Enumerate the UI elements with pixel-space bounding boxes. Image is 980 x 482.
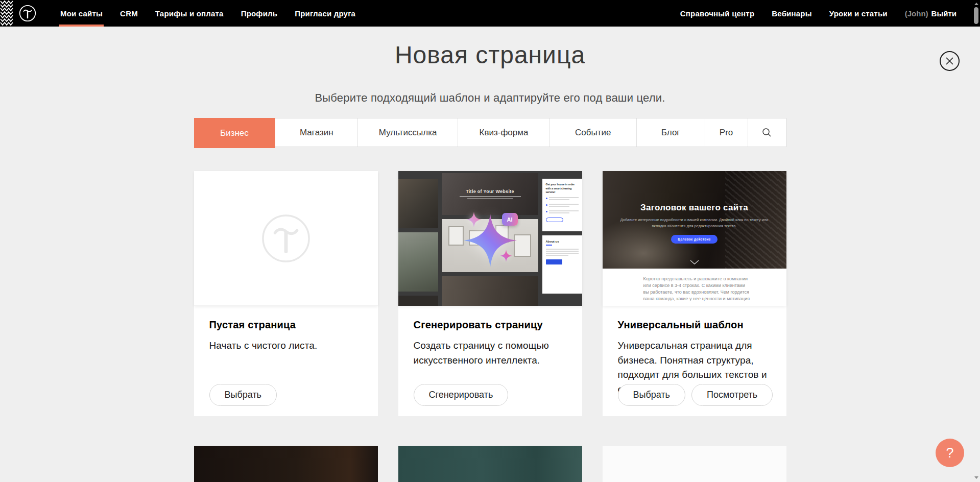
sparkle-overlay: AI [398, 171, 582, 306]
nav-item-crm[interactable]: CRM [111, 0, 147, 27]
user-name: (John) [905, 9, 928, 18]
search-icon [762, 128, 772, 137]
tab-quiz-form[interactable]: Квиз-форма [458, 118, 550, 147]
preview-hero-title: Заголовок вашего сайта [640, 203, 748, 213]
card-description: Начать с чистого листа. [209, 339, 363, 353]
zigzag-pattern [0, 0, 13, 27]
preview-hero-text: Добавьте интересные подробности о вашей … [615, 217, 774, 229]
card-actions: Выбрать [209, 384, 277, 406]
sparkle-small-icon [466, 212, 482, 227]
preview-hero: Заголовок вашего сайта Добавьте интересн… [603, 171, 786, 269]
close-button[interactable] [940, 51, 960, 71]
card-title: Универсальный шаблон [618, 306, 771, 331]
card-body: Универсальный шаблон Универсальная стран… [603, 306, 786, 416]
card-description: Создать страницу с помощью искусственног… [414, 339, 567, 368]
ai-badge: AI [502, 213, 518, 226]
template-category-tabs: Бизнес Магазин Мультиссылка Квиз-форма С… [194, 118, 786, 147]
scrollbar-thumb[interactable] [974, 7, 978, 24]
tab-pro[interactable]: Pro [705, 118, 748, 147]
page-subtitle: Выберите подходящий шаблон и адаптируйте… [194, 91, 786, 105]
card-actions: Выбрать Посмотреть [618, 384, 773, 406]
scroll-down-icon[interactable] [972, 474, 980, 481]
select-blank-button[interactable]: Выбрать [209, 384, 277, 406]
preview-cta-button: Целевое действие [671, 235, 717, 244]
template-card-universal: Заголовок вашего сайта Добавьте интересн… [603, 171, 786, 416]
card-body: Сгенерировать страницу Создать страницу … [398, 306, 582, 416]
page-title: Новая страница [194, 41, 786, 69]
scroll-up-icon[interactable] [972, 0, 980, 7]
top-nav: Мои сайты CRM Тарифы и оплата Профиль Пр… [0, 0, 980, 27]
tab-store[interactable]: Магазин [275, 118, 358, 147]
card-body: Пустая страница Начать с чистого листа. … [194, 306, 378, 416]
tilda-watermark-icon [261, 213, 311, 263]
nav-item-lessons[interactable]: Уроки и статьи [821, 0, 896, 27]
tab-event[interactable]: Событие [550, 118, 637, 147]
template-cards: Пустая страница Начать с чистого листа. … [194, 171, 786, 416]
chevron-down-icon [690, 260, 699, 264]
card-actions: Сгенерировать [414, 384, 509, 406]
nav-item-profile[interactable]: Профиль [232, 0, 286, 27]
card-title: Пустая страница [209, 306, 363, 331]
nav-item-webinars[interactable]: Вебинары [763, 0, 820, 27]
template-card-partial[interactable] [194, 446, 378, 482]
template-card-partial[interactable] [603, 446, 786, 482]
generate-button[interactable]: Сгенерировать [414, 384, 509, 406]
vertical-scrollbar[interactable] [972, 0, 980, 482]
nav-user: (John) Выйти [896, 0, 957, 27]
tab-blog[interactable]: Блог [637, 118, 705, 147]
logout-link[interactable]: Выйти [931, 9, 957, 18]
select-universal-button[interactable]: Выбрать [618, 384, 686, 406]
universal-template-preview: Заголовок вашего сайта Добавьте интересн… [603, 171, 786, 306]
nav-item-help-center[interactable]: Справочный центр [672, 0, 763, 27]
card-title: Сгенерировать страницу [414, 306, 567, 331]
preview-body-text: Коротко представьтесь и расскажите о ком… [603, 269, 786, 306]
tab-business[interactable]: Бизнес [194, 118, 276, 148]
template-card-partial[interactable] [398, 446, 582, 482]
help-button[interactable]: ? [936, 439, 964, 467]
sparkle-small-icon [500, 250, 512, 262]
template-cards-row2 [194, 446, 786, 482]
close-icon [945, 57, 954, 65]
nav-right-menu: Справочный центр Вебинары Уроки и статьи… [672, 0, 957, 27]
ai-template-preview: Title of Your Website Get your house in … [398, 171, 582, 306]
tab-multilink[interactable]: Мультиссылка [358, 118, 458, 147]
nav-item-invite-friend[interactable]: Пригласи друга [286, 0, 364, 27]
tilda-logo-icon[interactable] [19, 5, 36, 22]
nav-item-pricing[interactable]: Тарифы и оплата [147, 0, 232, 27]
blank-template-preview [194, 171, 378, 306]
nav-item-my-sites[interactable]: Мои сайты [52, 0, 111, 27]
template-card-blank: Пустая страница Начать с чистого листа. … [194, 171, 378, 416]
tab-search[interactable] [748, 118, 786, 147]
new-page-dialog: Новая страница Выберите подходящий шабло… [194, 41, 786, 482]
template-card-ai: Title of Your Website Get your house in … [398, 171, 582, 416]
nav-left-menu: Мои сайты CRM Тарифы и оплата Профиль Пр… [52, 0, 364, 27]
preview-universal-button[interactable]: Посмотреть [691, 384, 773, 406]
